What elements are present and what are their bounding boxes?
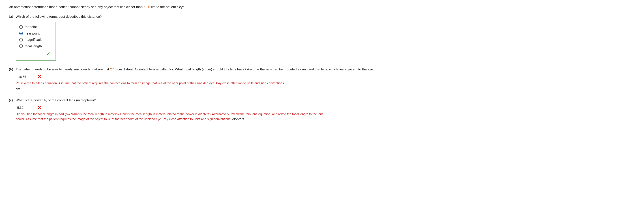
- part-a-content: Which of the following terms best descri…: [16, 14, 635, 61]
- part-b-answer-row: ✕: [16, 73, 635, 80]
- intro-highlight: 62.6: [144, 5, 150, 9]
- part-c-content: What is the power, P, of the contact len…: [16, 98, 635, 122]
- part-b-highlight: 27.0: [110, 67, 116, 71]
- part-c-question: What is the power, P, of the contact len…: [16, 98, 635, 103]
- option-magnification[interactable]: magnification: [19, 37, 51, 42]
- part-b-input[interactable]: [16, 74, 36, 79]
- intro-text-after: cm to the patient's eye.: [150, 5, 186, 9]
- part-b: (b) The patient needs to be able to clea…: [9, 67, 635, 91]
- option-near-point[interactable]: near point: [19, 31, 51, 36]
- part-b-content: The patient needs to be able to clearly …: [16, 67, 635, 91]
- intro-text-before: An optometrist determines that a patient…: [9, 5, 144, 9]
- option-far-point[interactable]: far point: [19, 25, 51, 30]
- radio-magnification[interactable]: [19, 38, 23, 42]
- part-c: (c) What is the power, P, of the contact…: [9, 98, 635, 122]
- part-c-hint: Did you find the focal length in part (b…: [16, 112, 329, 122]
- part-a: (a) Which of the following terms best de…: [9, 14, 635, 61]
- option-focal-length[interactable]: focal length: [19, 44, 51, 49]
- radio-far-point[interactable]: [19, 25, 23, 29]
- checkmark-row: ✓: [19, 50, 51, 57]
- part-c-hint-text: Did you find the focal length in part (b…: [16, 112, 324, 121]
- part-b-question-before: The patient needs to be able to clearly …: [16, 67, 110, 71]
- option-far-point-label: far point: [25, 25, 37, 30]
- option-focal-length-label: focal length: [25, 44, 42, 49]
- intro-paragraph: An optometrist determines that a patient…: [9, 5, 635, 10]
- radio-near-point[interactable]: [19, 32, 23, 35]
- part-b-question: The patient needs to be able to clearly …: [16, 67, 635, 72]
- part-a-question: Which of the following terms best descri…: [16, 14, 635, 19]
- part-c-unit-inline: diopters: [232, 117, 244, 121]
- radio-focal-length[interactable]: [19, 44, 23, 48]
- part-b-unit: cm: [16, 87, 635, 92]
- checkmark-icon: ✓: [46, 50, 50, 57]
- part-c-letter: (c): [9, 98, 16, 122]
- part-c-answer-row: ✕: [16, 104, 635, 111]
- part-a-letter: (a): [9, 14, 16, 61]
- part-c-x-mark: ✕: [38, 104, 42, 111]
- part-b-letter: (b): [9, 67, 16, 91]
- options-box: far point near point magnification focal…: [16, 22, 56, 61]
- part-b-hint: Review the thin-lens equation. Assume th…: [16, 81, 329, 86]
- option-magnification-label: magnification: [25, 37, 44, 42]
- option-near-point-label: near point: [25, 31, 40, 36]
- part-c-input[interactable]: [16, 105, 36, 110]
- part-b-x-mark: ✕: [38, 73, 42, 80]
- part-b-question-after: cm distant. A contact lens is called for…: [116, 67, 374, 71]
